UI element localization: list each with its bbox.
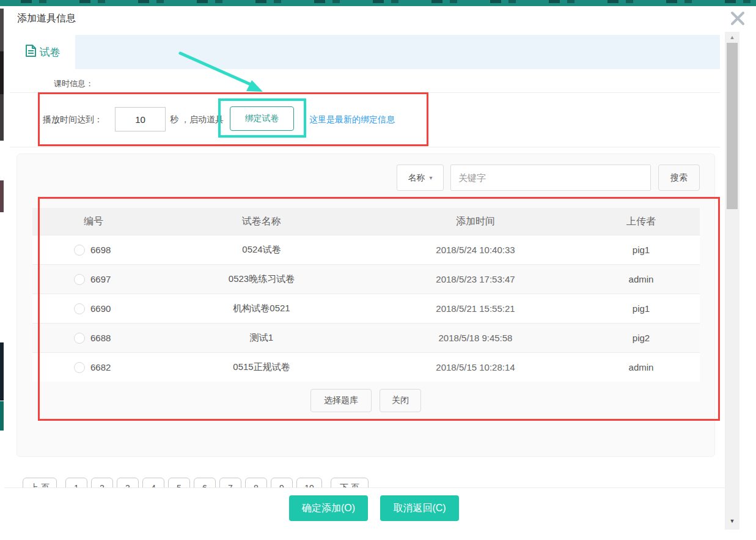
background-page-fragment (0, 9, 4, 51)
annotation-red-box-lesson (38, 92, 428, 146)
scrollbar-thumb[interactable] (727, 43, 738, 209)
divider (10, 147, 720, 147)
annotation-red-box-table (38, 197, 720, 421)
search-field-selected: 名称 (408, 172, 425, 183)
cancel-return-button[interactable]: 取消返回(C) (380, 495, 459, 521)
tab-exam-paper-label: 试卷 (40, 45, 61, 59)
tab-exam-paper[interactable]: 试卷 (10, 35, 75, 69)
background-page-fragment (0, 51, 4, 94)
page-button-2[interactable]: 2 (91, 478, 113, 487)
page-button-1[interactable]: 1 (65, 478, 87, 487)
prev-page-button[interactable]: 上 页 (23, 478, 57, 487)
page-button-7[interactable]: 7 (219, 478, 241, 487)
background-page-fragment (0, 94, 4, 141)
background-page-fragments (0, 0, 756, 3)
page-button-6[interactable]: 6 (194, 478, 216, 487)
scrollbar-up-icon[interactable]: ▲ (725, 33, 739, 42)
search-button[interactable]: 搜索 (658, 165, 700, 191)
confirm-add-button[interactable]: 确定添加(O) (289, 495, 368, 521)
tab-bar (10, 35, 720, 69)
background-page-fragment (0, 180, 4, 212)
caret-down-icon: ▾ (429, 174, 432, 181)
pagination: 上 页 1 2 3 4 5 6 7 8 9 10 下 页 (0, 478, 725, 487)
background-page-fragment (0, 342, 4, 401)
page-button-3[interactable]: 3 (117, 478, 139, 487)
next-page-button[interactable]: 下 页 (331, 478, 369, 487)
background-page-fragment (0, 401, 4, 431)
scrollbar-down-icon[interactable]: ▼ (725, 517, 739, 525)
page-button-4[interactable]: 4 (142, 478, 164, 487)
lesson-info-label: 课时信息： (54, 78, 94, 89)
page-button-9[interactable]: 9 (271, 478, 293, 487)
page-button-10[interactable]: 10 (296, 478, 322, 487)
search-field-select[interactable]: 名称 ▾ (397, 165, 444, 191)
document-icon (25, 44, 37, 61)
keyword-input[interactable] (450, 165, 651, 191)
page-button-5[interactable]: 5 (168, 478, 190, 487)
footer-divider (4, 487, 725, 488)
close-icon[interactable] (728, 9, 747, 28)
page-button-8[interactable]: 8 (245, 478, 267, 487)
dialog-title: 添加道具信息 (17, 12, 76, 25)
